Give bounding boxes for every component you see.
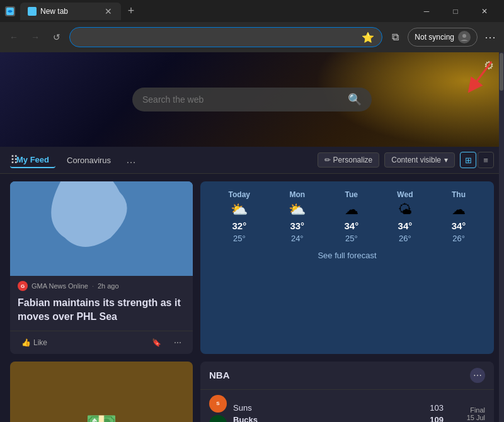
weather-day-4: Thu ☁ 34° 26° <box>452 190 466 243</box>
view-toggle: ⊞ ≡ <box>460 152 494 168</box>
match-1-teams: Suns 103 Bucks 109 <box>233 402 444 422</box>
match-1-team1-name: Suns <box>233 403 421 413</box>
avatar <box>458 31 471 43</box>
tabs-more-button[interactable]: … <box>122 153 140 167</box>
url-settings-icon[interactable]: ⭐ <box>362 31 374 43</box>
sync-label: Not syncing <box>415 33 454 42</box>
match-1-team1-score: 103 <box>425 403 444 413</box>
more-options-button[interactable]: ⋯ <box>481 28 499 46</box>
news-image-2: 💵 <box>10 362 193 422</box>
source-icon-1: G <box>18 281 28 291</box>
weather-icon-0: ⛅ <box>231 202 248 218</box>
weather-icon-1: ⛅ <box>289 202 306 218</box>
nba-more-icon: ⋯ <box>473 370 482 380</box>
address-bar: ← → ↺ ⭐ ⧉ Not syncing ⋯ <box>0 22 504 52</box>
url-input[interactable] <box>77 33 357 42</box>
active-tab[interactable]: New tab ✕ <box>20 3 121 20</box>
like-label-1: Like <box>33 338 47 347</box>
bucks-logo-1: B <box>209 415 227 422</box>
match-1-result: Final <box>447 406 485 414</box>
content-visible-button[interactable]: Content visible ▾ <box>384 152 455 168</box>
like-button-1[interactable]: 👍 Like <box>18 336 51 349</box>
day-label-1: Mon <box>289 190 305 199</box>
weather-low-1: 24° <box>291 234 304 243</box>
dropdown-icon: ▾ <box>444 156 448 164</box>
close-button[interactable]: ✕ <box>470 0 499 22</box>
news-actions-1: 👍 Like 🔖 ⋯ <box>10 331 193 354</box>
weather-low-0: 25° <box>233 234 246 243</box>
nba-more-button[interactable]: ⋯ <box>470 368 485 383</box>
new-tab-button[interactable]: + <box>123 4 139 19</box>
forward-button[interactable]: → <box>26 28 44 46</box>
new-tab-page: 🔍 ⚙ ⠿ My Feed Coronavirus … ✏ Personaliz… <box>0 52 504 422</box>
suns-logo-1: S <box>209 395 227 413</box>
more-icon-1: ⋯ <box>174 338 181 347</box>
match-1-status: Final 15 Jul <box>447 406 485 421</box>
cards-row-1: G GMA News Online · 2h ago Fabian mainta… <box>0 174 504 362</box>
nba-widget: NBA ⋯ S B Suns 103 <box>200 362 494 422</box>
time-ago-1: 2h ago <box>98 282 119 290</box>
news-card-2[interactable]: 💵 Cagayan De Oro : Invest now $ 250 in C… <box>10 362 193 422</box>
nba-title: NBA <box>209 370 230 380</box>
match-1-team2-name: Bucks <box>233 415 421 422</box>
personalize-button[interactable]: ✏ Personalize <box>318 152 379 168</box>
refresh-button[interactable]: ↺ <box>48 28 66 46</box>
window-controls: ─ □ ✕ <box>412 0 499 22</box>
tab-favicon <box>28 7 37 16</box>
weather-high-1: 33° <box>290 220 304 231</box>
tab-coronavirus[interactable]: Coronavirus <box>60 153 117 168</box>
weather-high-4: 34° <box>452 220 466 231</box>
weather-day-1: Mon ⛅ 33° 24° <box>289 190 306 243</box>
match-1-date: 15 Jul <box>447 414 485 421</box>
nba-match-1[interactable]: S B Suns 103 Bucks 109 F <box>200 389 494 422</box>
weather-high-2: 34° <box>344 220 358 231</box>
svg-point-2 <box>462 34 466 38</box>
nba-header: NBA ⋯ <box>200 362 494 389</box>
weather-low-4: 26° <box>452 234 465 243</box>
list-view-button[interactable]: ≡ <box>478 152 494 168</box>
apps-grid-icon[interactable]: ⠿ <box>10 153 18 167</box>
weather-low-3: 26° <box>399 234 411 243</box>
sync-button[interactable]: Not syncing <box>408 28 478 47</box>
tab-search-icon[interactable]: ⧉ <box>386 28 404 46</box>
day-label-2: Tue <box>345 190 358 199</box>
source-name-1: GMA News Online <box>32 282 88 290</box>
grid-view-button[interactable]: ⊞ <box>460 152 476 168</box>
weather-high-0: 32° <box>232 220 246 231</box>
hero-search-area: 🔍 <box>0 52 504 147</box>
maximize-button[interactable]: □ <box>441 0 470 22</box>
tab-close-button[interactable]: ✕ <box>103 6 113 16</box>
settings-icon[interactable]: ⚙ <box>484 59 494 72</box>
weather-icon-2: ☁ <box>345 202 358 218</box>
forecast-link[interactable]: See full forecast <box>209 251 485 260</box>
search-icon: 🔍 <box>348 93 362 106</box>
url-bar[interactable]: ⭐ <box>69 27 382 47</box>
hero-search-bar[interactable]: 🔍 <box>132 88 372 111</box>
weather-low-2: 25° <box>345 234 358 243</box>
news-source-1: G GMA News Online · 2h ago <box>10 276 193 294</box>
weather-widget: Today ⛅ 32° 25° Mon ⛅ 33° 24° Tue ☁ <box>200 181 494 354</box>
browser-icon <box>5 6 15 16</box>
minimize-button[interactable]: ─ <box>412 0 441 22</box>
weather-high-3: 34° <box>398 220 413 231</box>
more-button-1[interactable]: ⋯ <box>170 336 185 349</box>
title-bar: New tab ✕ + ─ □ ✕ <box>0 0 504 22</box>
match-1-team2-row: Bucks 109 <box>233 414 444 422</box>
toolbar-icons: ⧉ <box>386 28 404 46</box>
news-headline-1: Fabian maintains its strength as it move… <box>10 294 193 331</box>
news-image-1 <box>10 181 193 276</box>
content-area: My Feed Coronavirus … ✏ Personalize Cont… <box>0 147 504 422</box>
web-search-input[interactable] <box>142 94 341 105</box>
bookmark-button-1[interactable]: 🔖 <box>148 336 165 349</box>
match-1-team2-score: 109 <box>425 415 444 422</box>
weather-day-3: Wed 🌤 34° 26° <box>397 190 413 243</box>
news-card-1[interactable]: G GMA News Online · 2h ago Fabian mainta… <box>10 181 193 354</box>
tab-label: New tab <box>40 7 68 16</box>
weather-icon-4: ☁ <box>452 202 466 218</box>
svg-rect-1 <box>29 8 35 14</box>
match-1-team1-row: Suns 103 <box>233 402 444 414</box>
like-icon-1: 👍 <box>21 338 31 347</box>
cards-row-2: 💵 Cagayan De Oro : Invest now $ 250 in C… <box>0 362 504 422</box>
back-button[interactable]: ← <box>5 28 23 46</box>
map-image <box>10 181 193 276</box>
